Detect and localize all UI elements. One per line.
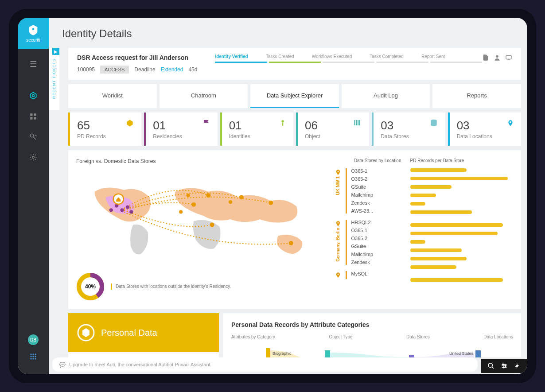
sankey-header: Data Stores: [406, 334, 430, 339]
donut-description: Data Stores with locations outside the i…: [111, 283, 231, 290]
recent-tickets-tab[interactable]: ▶ RECENT TICKETS: [49, 48, 59, 110]
svg-marker-0: [30, 93, 36, 99]
svg-rect-24: [358, 120, 358, 125]
svg-point-27: [206, 193, 210, 198]
progress-step: Report Sent: [421, 54, 445, 59]
pd-record-bar: [410, 248, 462, 252]
pd-record-bar: [410, 223, 503, 227]
dsr-card: DSR Access request for Jill Anderson 100…: [68, 48, 521, 80]
svg-point-16: [35, 358, 36, 359]
datastore-item[interactable]: Mailchimp: [351, 192, 374, 198]
pd-record-bar: [410, 185, 452, 189]
svg-marker-19: [127, 120, 133, 127]
footer-text: Upgrade to meet Auti, the conversational…: [69, 362, 212, 367]
svg-rect-5: [34, 117, 36, 120]
hex-icon: [125, 119, 134, 128]
stat-card-pd-records[interactable]: 65PD Records: [68, 113, 141, 146]
nav-item-2[interactable]: [29, 113, 37, 120]
stat-card-object[interactable]: 06Object: [296, 113, 369, 146]
pd-record-bar: [410, 278, 503, 282]
svg-rect-21: [282, 123, 284, 126]
stat-card-identities[interactable]: 01Identities: [220, 113, 293, 146]
svg-point-38: [126, 206, 129, 209]
stats-row: 65PD Records01Residencies01Identities06O…: [68, 113, 521, 146]
svg-point-32: [191, 202, 196, 207]
sankey-header: Attributes by Category: [231, 334, 275, 339]
apps-icon[interactable]: [29, 352, 38, 361]
datastore-item[interactable]: GSuite: [351, 184, 374, 190]
deadline-days: 45d: [188, 66, 197, 73]
svg-point-11: [30, 356, 31, 357]
svg-point-28: [239, 195, 244, 199]
bars-icon: [353, 119, 362, 127]
sankey-chart[interactable]: Biographic Demographic Financial Documen…: [231, 344, 513, 357]
datastore-item[interactable]: AWS-23...: [351, 208, 374, 213]
tab-audit-log[interactable]: Audit Log: [342, 84, 430, 108]
svg-point-39: [109, 208, 113, 212]
chat-bubble-icon: 💬: [59, 362, 66, 368]
personal-data-panel: Personal Data PD Records by Attribute Ca…: [68, 313, 219, 357]
build-icon[interactable]: [514, 362, 521, 369]
tab-worklist[interactable]: Worklist: [68, 84, 157, 108]
svg-point-17: [496, 55, 498, 58]
user-icon[interactable]: [494, 54, 501, 61]
person-icon: [279, 119, 286, 128]
pd-record-bar: [410, 265, 457, 269]
svg-point-30: [289, 241, 293, 245]
ds-col1-title: Data Stores by Location: [335, 158, 401, 163]
tab-chatroom[interactable]: Chatroom: [160, 84, 248, 108]
access-badge: ACCESS: [100, 66, 129, 74]
datastore-item[interactable]: Zendesk: [351, 200, 374, 206]
datastore-item[interactable]: MySQL: [351, 271, 368, 276]
pd-record-bar: [410, 168, 467, 172]
hamburger-icon[interactable]: ☰: [30, 59, 37, 69]
svg-point-37: [120, 208, 124, 212]
stat-card-data-locations[interactable]: 03Data Locations: [448, 113, 521, 146]
sankey-panel: Personal Data Records by Attribute Categ…: [223, 313, 521, 357]
progress-step: Identity Verified: [215, 54, 248, 59]
brand-logo[interactable]: securiti: [18, 18, 49, 49]
tab-data-subject-explorer[interactable]: Data Subject Explorer: [250, 84, 339, 108]
svg-point-40: [129, 210, 133, 213]
sankey-title: Personal Data Records by Attribute Categ…: [231, 321, 513, 328]
datastore-item[interactable]: O365-2: [351, 236, 374, 241]
sankey-header: Object Type: [329, 334, 352, 339]
progress-step: Workflows Executed: [312, 54, 352, 59]
svg-point-7: [32, 156, 35, 159]
datastore-item[interactable]: HRSQL2: [351, 220, 374, 225]
datastore-item[interactable]: O365-1: [351, 168, 374, 174]
nav-item-3[interactable]: [29, 133, 37, 141]
sidebar: securiti ☰ DB: [18, 18, 49, 374]
chat-icon[interactable]: [505, 54, 512, 61]
svg-point-9: [32, 353, 34, 355]
tab-reports[interactable]: Reports: [432, 84, 521, 108]
flag-icon: [202, 119, 210, 127]
db-icon: [429, 119, 438, 128]
svg-rect-22: [354, 120, 355, 125]
ds-col2-title: PD Records per Data Store: [410, 158, 514, 163]
datastore-item[interactable]: Zendesk: [351, 260, 374, 265]
svg-point-12: [32, 356, 34, 357]
tabs-row: WorklistChatroomData Subject ExplorerAud…: [68, 84, 521, 108]
svg-point-13: [35, 356, 36, 357]
datastore-item[interactable]: Mailchimp: [351, 252, 374, 257]
nav-item-1[interactable]: [29, 91, 38, 100]
doc-icon[interactable]: [482, 54, 489, 61]
expand-icon[interactable]: ▶: [52, 48, 59, 55]
svg-rect-23: [356, 120, 357, 125]
datastore-item[interactable]: O365-2: [351, 176, 374, 182]
datastore-item[interactable]: GSuite: [351, 244, 374, 249]
pd-record-bar: [410, 240, 426, 244]
pd-record-bar: [410, 210, 472, 214]
svg-point-34: [229, 200, 232, 204]
settings-icon[interactable]: [501, 362, 508, 369]
datastore-item[interactable]: O365-1: [351, 228, 374, 233]
nav-item-4[interactable]: [29, 153, 37, 161]
world-map[interactable]: [76, 171, 326, 268]
search-icon[interactable]: [487, 362, 494, 369]
svg-rect-50: [409, 355, 414, 357]
stat-card-residencies[interactable]: 01Residencies: [144, 113, 217, 146]
pd-record-bar: [410, 202, 426, 206]
stat-card-data-stores[interactable]: 03Data Stores: [372, 113, 445, 146]
user-avatar[interactable]: DB: [28, 334, 39, 345]
